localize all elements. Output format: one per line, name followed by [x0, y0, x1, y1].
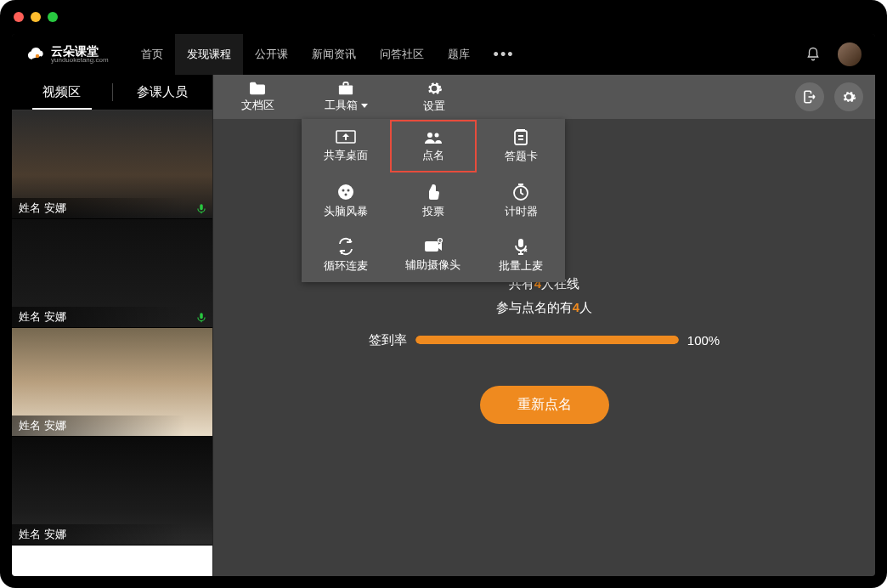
tool-timer[interactable]: 计时器	[477, 173, 565, 228]
video-tile[interactable]	[12, 546, 212, 576]
nav-question-bank[interactable]: 题库	[436, 34, 482, 75]
timer-icon	[511, 183, 530, 201]
checkin-rate-row: 签到率 100%	[369, 332, 720, 348]
exit-button[interactable]	[795, 82, 824, 111]
tool-loop-mic[interactable]: 循环连麦	[302, 228, 389, 282]
svg-point-4	[434, 133, 438, 137]
nav-news[interactable]: 新闻资讯	[300, 34, 368, 75]
toolbox-dropdown: 共享桌面 点名 答题卡 头脑风暴	[302, 119, 565, 282]
main-panel: 文档区 工具箱 设置	[213, 75, 875, 576]
video-name: 姓名 安娜	[12, 307, 185, 327]
video-tile[interactable]: 姓名 安娜	[12, 110, 212, 219]
video-tile[interactable]: 姓名 安娜	[12, 328, 212, 437]
tool-aux-camera[interactable]: 辅助摄像头	[389, 228, 477, 282]
tool-share-screen[interactable]: 共享桌面	[302, 119, 389, 173]
svg-point-9	[344, 193, 347, 195]
video-name: 姓名 安娜	[12, 524, 185, 545]
mic-on-icon	[195, 312, 207, 324]
camera-plus-icon	[423, 238, 444, 255]
left-panel: 视频区 参课人员 姓名 安娜 姓名 安娜	[12, 75, 213, 576]
tool-vote[interactable]: 投票	[389, 173, 477, 228]
toolbar-doc-area[interactable]: 文档区	[213, 75, 302, 119]
svg-point-3	[427, 133, 432, 138]
gear-icon	[426, 80, 443, 97]
svg-point-7	[342, 189, 344, 191]
logo-text-cn: 云朵课堂	[51, 45, 109, 57]
checkin-progress-bar	[415, 336, 679, 344]
folder-icon	[248, 81, 267, 96]
toolbar-toolbox[interactable]: 工具箱	[302, 75, 390, 119]
video-list: 姓名 安娜 姓名 安娜 姓名 安娜 姓名 安娜	[12, 110, 212, 576]
checkin-rate-label: 签到率	[369, 332, 407, 348]
close-window-icon[interactable]	[14, 12, 24, 22]
logo-text-en: yunduoketang.com	[51, 57, 109, 64]
rollcall-again-button[interactable]: 重新点名	[480, 386, 609, 424]
nav-qa[interactable]: 问答社区	[368, 34, 436, 75]
minimize-window-icon[interactable]	[31, 12, 41, 22]
briefcase-icon	[336, 81, 355, 96]
bell-icon[interactable]	[805, 47, 821, 62]
top-nav: 云朵课堂 yunduoketang.com 首页 发现课程 公开课 新闻资讯 问…	[12, 34, 875, 75]
nav-more-icon[interactable]: •••	[482, 46, 527, 64]
video-name: 姓名 安娜	[12, 198, 185, 218]
answer-card-icon	[512, 129, 529, 146]
vote-icon	[425, 183, 442, 201]
tool-answer-card[interactable]: 答题卡	[477, 119, 565, 173]
tool-brainstorm[interactable]: 头脑风暴	[302, 173, 389, 228]
nav-open-course[interactable]: 公开课	[243, 34, 300, 75]
nav-discover[interactable]: 发现课程	[175, 34, 243, 75]
logo[interactable]: 云朵课堂 yunduoketang.com	[25, 44, 109, 65]
tool-batch-mic[interactable]: 批量上麦	[477, 228, 565, 282]
settings-button[interactable]	[834, 82, 863, 111]
video-tile[interactable]: 姓名 安娜	[12, 437, 212, 546]
toolbar-settings[interactable]: 设置	[390, 75, 478, 119]
svg-rect-13	[518, 239, 523, 247]
svg-rect-11	[425, 241, 438, 252]
video-tile[interactable]: 姓名 安娜	[12, 219, 212, 328]
traffic-lights	[14, 12, 58, 22]
loop-mic-icon	[336, 237, 355, 256]
rollcall-icon	[423, 130, 444, 145]
mic-on-icon	[195, 203, 207, 215]
avatar[interactable]	[838, 42, 862, 66]
share-screen-icon	[336, 130, 356, 145]
nav-home[interactable]: 首页	[129, 34, 175, 75]
video-thumb	[12, 546, 212, 576]
chevron-down-icon	[361, 104, 368, 108]
tab-video[interactable]: 视频区	[12, 75, 112, 110]
svg-point-6	[338, 184, 353, 200]
maximize-window-icon[interactable]	[48, 12, 58, 22]
video-name: 姓名 安娜	[12, 416, 185, 436]
brainstorm-icon	[336, 183, 355, 201]
main-toolbar: 文档区 工具箱 设置	[213, 75, 875, 119]
checkin-progress-fill	[415, 336, 679, 344]
tool-rollcall[interactable]: 点名	[389, 119, 477, 173]
batch-mic-icon	[512, 237, 529, 256]
svg-point-8	[347, 189, 349, 191]
svg-point-0	[36, 54, 39, 58]
tab-participants[interactable]: 参课人员	[113, 75, 213, 110]
left-tabs: 视频区 参课人员	[12, 75, 212, 110]
svg-rect-1	[339, 85, 353, 94]
checkin-rate-value: 100%	[687, 333, 720, 348]
cloud-logo-icon	[25, 44, 46, 65]
svg-rect-5	[515, 131, 527, 144]
